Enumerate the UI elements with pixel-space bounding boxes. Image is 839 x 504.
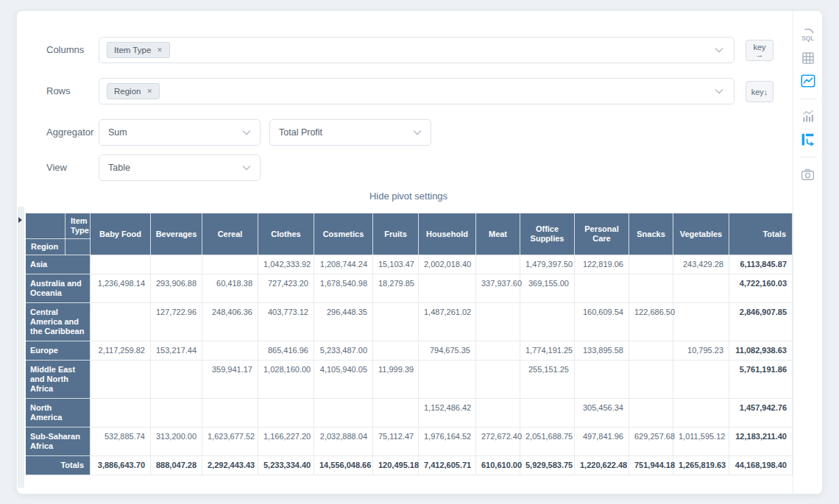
row-total-cell: 4,722,160.03 [729, 274, 793, 303]
pivot-cell: 403,773.12 [258, 303, 314, 341]
key-label: key [751, 88, 764, 96]
columns-tag-label: Item Type [114, 46, 151, 54]
pivot-cell: 18,279.85 [373, 274, 419, 303]
pivot-cell: 122,819.06 [575, 255, 629, 274]
col-axis-label: Item Type [66, 213, 91, 239]
col-label: Clothes [258, 213, 314, 255]
pivot-cell [629, 399, 673, 427]
pivot-cell: 4,105,940.05 [314, 361, 373, 399]
pivot-cell: 2,002,018.40 [419, 255, 476, 274]
pivot-cell: 1,152,486.42 [419, 399, 476, 427]
sql-source-icon[interactable]: SQL [800, 27, 816, 43]
col-total-cell: 3,886,643.70 [91, 456, 151, 475]
rows-tag-remove-icon[interactable]: ✕ [146, 88, 152, 95]
pivot-cell [520, 399, 575, 427]
pivot-cell: 629,257.68 [629, 427, 673, 456]
sidebar-divider [799, 157, 817, 157]
pivot-cell: 10,795.23 [673, 341, 729, 361]
view-selected-value: Table [108, 163, 130, 173]
columns-label: Columns [46, 44, 84, 55]
columns-tag-remove-icon[interactable]: ✕ [157, 46, 163, 54]
table-row: Sub-Saharan Africa532,885.74313,200.001,… [26, 427, 793, 456]
pivot-cell: 248,406.36 [202, 303, 258, 341]
pivot-cell [151, 361, 202, 399]
pivot-cell: 153,217.44 [151, 341, 202, 361]
col-total-cell: 5,233,334.40 [258, 456, 314, 475]
pivot-cell: 255,151.25 [520, 361, 575, 399]
rows-label: Rows [46, 85, 71, 96]
col-total-cell: 1,265,819.63 [673, 456, 729, 475]
row-total-cell: 11,082,938.63 [729, 341, 793, 361]
pivot-cell: 1,208,744.24 [314, 255, 373, 274]
row-total-cell: 6,113,845.87 [729, 255, 793, 274]
pivot-cell [575, 274, 629, 303]
hide-pivot-settings-link[interactable]: Hide pivot settings [25, 191, 792, 202]
row-label: Asia [26, 255, 91, 274]
totals-row-label: Totals [26, 456, 91, 475]
pivot-cell: 293,906.88 [151, 274, 202, 303]
col-label: Fruits [373, 213, 419, 255]
pivot-cell [673, 399, 729, 427]
pivot-cell: 127,722.96 [151, 303, 202, 341]
combo-chart-icon[interactable] [800, 108, 816, 124]
row-total-cell: 5,761,191.86 [729, 361, 793, 399]
rows-tag-region[interactable]: Region ✕ [107, 83, 160, 99]
view-select[interactable]: Table [99, 155, 261, 181]
pivot-cell [91, 361, 151, 399]
pivot-cell: 1,042,333.92 [258, 255, 314, 274]
pivot-cell [575, 361, 629, 399]
chart-image-icon-active[interactable] [800, 73, 816, 89]
table-view-icon[interactable] [800, 50, 816, 66]
aggregator-value-select[interactable]: Total Profit [269, 119, 431, 146]
row-label: Australia and Oceania [26, 274, 91, 303]
chevron-down-icon [715, 88, 723, 94]
pivot-cell: 296,448.35 [314, 303, 373, 341]
rows-select[interactable]: Region ✕ [99, 78, 734, 104]
row-total-cell: 12,183,211.40 [729, 427, 793, 456]
chevron-down-icon [715, 47, 723, 53]
col-label: Beverages [151, 213, 202, 255]
pivot-cell [673, 274, 729, 303]
camera-snapshot-icon[interactable] [800, 166, 816, 182]
columns-tag-item-type[interactable]: Item Type ✕ [107, 42, 170, 58]
pivot-cell: 794,675.35 [419, 341, 476, 361]
visualization-sidebar: SQL [793, 11, 822, 494]
corner-cell [66, 239, 91, 255]
aggregator-select[interactable]: Sum [99, 119, 261, 146]
row-label: Europe [26, 341, 91, 361]
pivot-table: Item TypeBaby FoodBeveragesCerealClothes… [25, 213, 793, 475]
pivot-cell: 313,200.00 [151, 427, 202, 456]
view-label: View [46, 162, 67, 173]
chevron-down-icon [242, 165, 251, 171]
rows-key-order-button[interactable]: key ↓ [746, 81, 773, 102]
pivot-cell [419, 274, 476, 303]
pivot-cell [419, 361, 476, 399]
row-total-cell: 2,846,907.85 [729, 303, 793, 341]
pivot-cell [629, 274, 673, 303]
pivot-cell [629, 361, 673, 399]
pivot-cell: 2,032,888.04 [314, 427, 373, 456]
pivot-cell [202, 399, 258, 427]
arrow-down-icon: ↓ [764, 88, 768, 96]
aggregator-value-selected: Total Profit [279, 127, 322, 138]
pivot-cell: 305,456.34 [575, 399, 629, 427]
table-row: Asia1,042,333.921,208,744.2415,103.472,0… [26, 255, 793, 274]
pivot-cell: 160,609.54 [575, 303, 629, 341]
columns-select[interactable]: Item Type ✕ [99, 37, 734, 63]
table-row: Central America and the Caribbean127,722… [26, 303, 793, 341]
pivot-cell [673, 303, 729, 341]
table-row: Middle East and North Africa359,941.171,… [26, 361, 793, 399]
pivot-table-icon-active[interactable] [800, 131, 816, 147]
pivot-cell: 60,418.38 [202, 274, 258, 303]
col-total-cell: 1,220,622.48 [575, 456, 629, 475]
key-label: key [753, 43, 765, 51]
col-total-cell: 7,412,605.71 [419, 456, 476, 475]
arrow-right-icon: → [756, 51, 764, 58]
col-label: Office Supplies [520, 213, 575, 255]
columns-key-order-button[interactable]: key → [746, 40, 773, 61]
col-total-cell: 2,292,443.43 [202, 456, 258, 475]
pivot-cell [629, 255, 673, 274]
pivot-cell [476, 361, 520, 399]
panel-collapse-handle[interactable] [18, 207, 24, 488]
pivot-cell: 865,416.96 [258, 341, 314, 361]
